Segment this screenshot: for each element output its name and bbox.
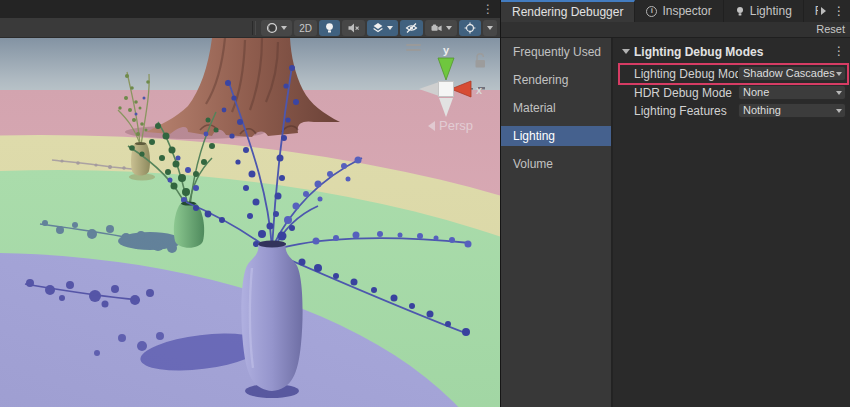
lightbulb-icon (735, 6, 745, 17)
chevron-down-icon (487, 26, 493, 30)
section-header[interactable]: Lighting Debug Modes ⋮ (615, 44, 850, 60)
chevron-down-icon (836, 91, 842, 95)
plant-shadow-green (40, 220, 182, 253)
dropdown-value: None (743, 86, 769, 98)
gizmo-negz-cone[interactable] (439, 98, 453, 117)
projection-label[interactable]: Persp (428, 118, 473, 133)
debugger-toolbar: Reset (501, 22, 850, 38)
sidebar-item-frequently-used[interactable]: Frequently Used (501, 42, 611, 62)
plant-shadow-yellow (52, 159, 132, 169)
lock-icon[interactable] (476, 54, 486, 68)
scene-effects-dropdown[interactable] (367, 20, 398, 36)
tab-scroll-right[interactable] (818, 0, 829, 22)
2d-toggle-button[interactable]: 2D (294, 20, 317, 36)
gizmos-dropdown[interactable] (483, 20, 497, 36)
dropdown-value: Nothing (743, 104, 781, 116)
reset-button[interactable]: Reset (816, 23, 845, 35)
scene-menu-kebab-icon[interactable]: ⋮ (482, 2, 494, 16)
foldout-triangle-icon[interactable] (622, 49, 630, 54)
effects-layers-icon (372, 22, 384, 34)
toolbar-separator (252, 21, 256, 35)
tab-inspector[interactable]: i Inspector (635, 0, 723, 22)
chevron-down-icon (281, 26, 287, 30)
tab-label: Lighting (750, 4, 792, 18)
scene-lighting-toggle[interactable] (319, 20, 340, 36)
scene-viewport[interactable]: y x Persp (0, 38, 500, 407)
speaker-muted-icon (347, 22, 360, 34)
chevron-down-icon (836, 109, 842, 113)
debugger-sidebar: Frequently Used Rendering Material Light… (501, 38, 613, 407)
lightbulb-icon (324, 22, 335, 34)
scene-audio-toggle[interactable] (342, 20, 365, 36)
debugger-content: Lighting Debug Modes ⋮ Lighting Debug Mo… (615, 38, 850, 407)
tab-label: Inspector (662, 4, 711, 18)
orientation-gizmo[interactable]: y x (403, 38, 495, 122)
gizmo-center-cube[interactable] (439, 82, 454, 97)
hdr-debug-mode-label: HDR Debug Mode (634, 86, 732, 100)
scene-camera-dropdown[interactable] (425, 20, 457, 36)
rendering-debugger-panel: Rendering Debugger i Inspector Lighting … (500, 0, 850, 407)
sidebar-item-rendering[interactable]: Rendering (501, 70, 611, 90)
tab-frame-debugger[interactable]: Frame D (804, 0, 818, 22)
scene-toolbar: 2D (0, 18, 500, 38)
gizmo-x-label: x (476, 84, 483, 96)
hdr-debug-mode-dropdown[interactable]: None (738, 85, 846, 100)
sidebar-item-lighting[interactable]: Lighting (501, 126, 611, 146)
scene-titlebar: ⋮ (0, 0, 500, 18)
gizmo-globe-icon (464, 22, 476, 34)
window-tab-bar: Rendering Debugger i Inspector Lighting … (501, 0, 850, 22)
gizmo-y-cone[interactable] (438, 58, 454, 80)
gizmo-y-label: y (443, 44, 450, 56)
plant-shadow-purple (25, 279, 154, 308)
chevron-down-icon (387, 26, 393, 30)
info-icon: i (646, 6, 657, 17)
tab-rendering-debugger[interactable]: Rendering Debugger (501, 0, 635, 22)
lighting-features-label: Lighting Features (634, 104, 727, 118)
unity-editor: ⋮ 2D (0, 0, 850, 407)
shaded-sphere-icon (266, 22, 278, 34)
section-title: Lighting Debug Modes (634, 45, 763, 59)
draw-mode-dropdown[interactable] (261, 20, 292, 36)
lighting-debug-mode-dropdown[interactable]: Shadow Cascades (738, 66, 846, 81)
gizmo-negx-cone[interactable] (419, 82, 439, 96)
tab-menu-kebab-icon[interactable]: ⋮ (829, 0, 850, 22)
eye-slash-icon (405, 22, 418, 34)
lighting-debug-mode-label: Lighting Debug Mode (634, 67, 748, 81)
scene-view-window: ⋮ 2D (0, 0, 500, 407)
lighting-features-dropdown[interactable]: Nothing (738, 103, 846, 118)
chevron-down-icon (836, 72, 842, 76)
small-vase-plant[interactable] (118, 72, 155, 181)
camera-icon (430, 22, 443, 34)
chevron-down-icon (446, 26, 452, 30)
sidebar-item-material[interactable]: Material (501, 98, 611, 118)
sidebar-item-volume[interactable]: Volume (501, 154, 611, 174)
persp-arrow-icon (428, 121, 435, 131)
hidden-objects-toggle[interactable] (400, 20, 423, 36)
tab-label: Rendering Debugger (512, 5, 623, 19)
dropdown-value: Shadow Cascades (743, 67, 835, 79)
arrow-right-icon (821, 7, 826, 15)
gizmos-toggle[interactable] (459, 20, 481, 36)
section-menu-kebab-icon[interactable]: ⋮ (833, 44, 845, 58)
tab-lighting[interactable]: Lighting (724, 0, 804, 22)
